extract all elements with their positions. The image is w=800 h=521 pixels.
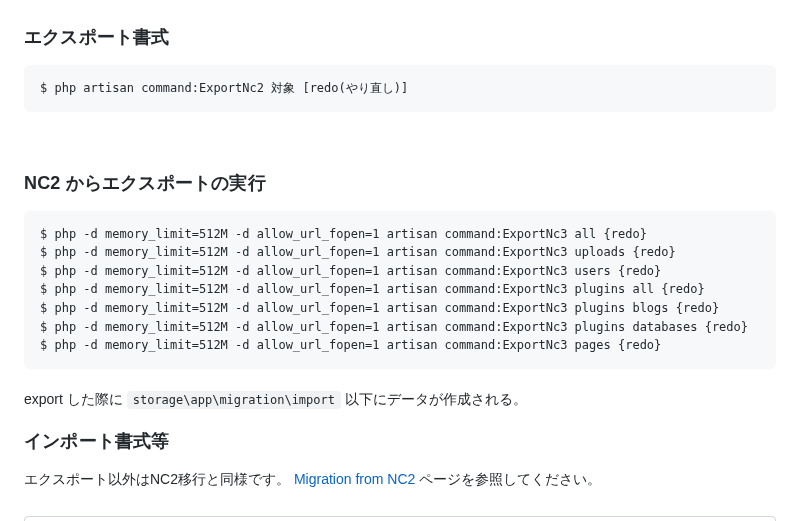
export-note: export した際に storage\app\migration\import…	[24, 389, 776, 410]
export-note-before: export した際に	[24, 391, 127, 407]
migration-link[interactable]: Migration from NC2	[294, 471, 415, 487]
heading-import-format: インポート書式等	[24, 428, 776, 455]
export-path-code: storage\app\migration\import	[127, 391, 341, 409]
export-note-after: 以下にデータが作成される。	[345, 391, 527, 407]
code-block-export-format: $ php artisan command:ExportNc2 対象 [redo…	[24, 65, 776, 112]
heading-export-format: エクスポート書式	[24, 24, 776, 51]
import-text-before: エクスポート以外はNC2移行と同様です。	[24, 471, 294, 487]
import-text-after: ページを参照してください。	[419, 471, 601, 487]
footer-links-box: 公式サイト | 機能一覧・仕様 | FAQ | マニュアル | マーケット | …	[24, 516, 776, 521]
import-paragraph: エクスポート以外はNC2移行と同様です。 Migration from NC2 …	[24, 469, 776, 490]
heading-nc2-export-run: NC2 からエクスポートの実行	[24, 170, 776, 197]
code-block-nc2-export: $ php -d memory_limit=512M -d allow_url_…	[24, 211, 776, 369]
